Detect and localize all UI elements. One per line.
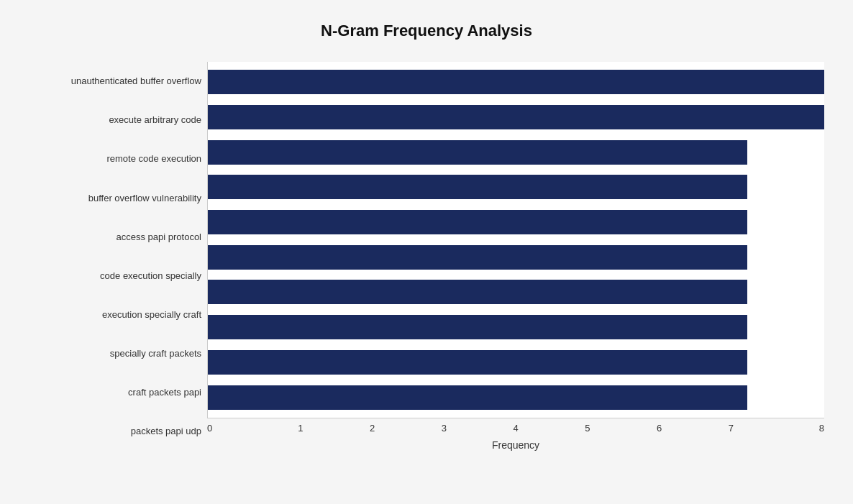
bar-row: [208, 102, 824, 132]
bar: [208, 245, 747, 270]
bar: [208, 140, 747, 165]
bar-row: [208, 207, 824, 237]
x-axis-label: Frequency: [207, 439, 824, 451]
x-tick: 8: [781, 423, 824, 434]
bars-and-xaxis: 012345678 Frequency: [207, 62, 824, 451]
y-label: buffer overflow vulnerability: [29, 179, 201, 216]
y-label: remote code execution: [29, 140, 201, 178]
y-label: craft packets papi: [29, 374, 201, 411]
bar: [208, 385, 747, 410]
bar: [208, 210, 747, 234]
x-tick: 2: [351, 423, 394, 434]
bar: [208, 105, 824, 129]
y-label: unauthenticated buffer overflow: [29, 63, 201, 100]
x-tick: 6: [638, 423, 681, 434]
bar: [208, 175, 747, 199]
x-tick: 5: [566, 423, 609, 434]
bar-row: [208, 137, 824, 168]
bar-row: [208, 242, 824, 272]
y-label: execute arbitrary code: [29, 101, 201, 139]
chart-container: N-Gram Frequency Analysis unauthenticate…: [0, 0, 853, 504]
bar-row: [208, 382, 824, 413]
y-label: code execution specially: [29, 257, 201, 295]
y-label: access papi protocol: [29, 218, 201, 255]
bar-row: [208, 172, 824, 202]
bars-wrapper: [207, 62, 824, 418]
x-tick: 1: [279, 423, 322, 434]
x-tick: 3: [422, 423, 465, 434]
bar: [208, 350, 747, 375]
y-label: specially craft packets: [29, 335, 201, 372]
y-label: execution specially craft: [29, 296, 201, 334]
y-labels: unauthenticated buffer overflowexecute a…: [29, 62, 207, 451]
x-axis: 012345678 Frequency: [207, 418, 824, 451]
chart-title: N-Gram Frequency Analysis: [29, 14, 824, 40]
bar: [208, 315, 747, 339]
bar-row: [208, 67, 824, 97]
chart-area: unauthenticated buffer overflowexecute a…: [29, 62, 824, 451]
bar-row: [208, 277, 824, 307]
y-label: packets papi udp: [29, 413, 201, 450]
x-tick: 7: [709, 423, 752, 434]
bar: [208, 280, 747, 304]
bar-row: [208, 347, 824, 377]
bars-section: unauthenticated buffer overflowexecute a…: [29, 62, 824, 451]
x-tick: 0: [207, 423, 250, 434]
x-ticks: 012345678: [207, 418, 824, 434]
bar: [208, 70, 824, 94]
x-tick: 4: [494, 423, 537, 434]
bar-row: [208, 312, 824, 342]
